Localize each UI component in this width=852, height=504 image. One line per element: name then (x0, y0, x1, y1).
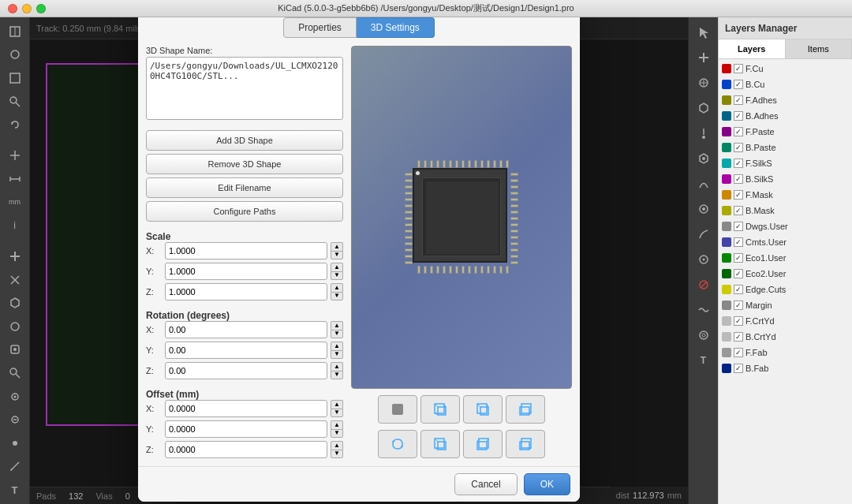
layer-visibility-check[interactable] (734, 159, 743, 168)
toolbar-icon-3[interactable] (3, 67, 27, 89)
side-select-tool[interactable] (692, 21, 716, 44)
layer-item[interactable]: F.SilkS (719, 155, 852, 171)
toolbar-mm[interactable]: mm (3, 192, 27, 214)
side-line-button[interactable] (692, 222, 716, 246)
layer-visibility-check[interactable] (734, 143, 743, 152)
rotation-x-input[interactable] (165, 321, 327, 338)
layer-item[interactable]: B.Adhes (719, 108, 852, 124)
scale-z-down[interactable]: ▼ (331, 292, 343, 301)
layer-item[interactable]: B.CrtYd (719, 329, 852, 345)
side-via-button[interactable] (692, 96, 716, 120)
layer-item[interactable]: B.Fab (719, 360, 852, 376)
tab-3d-settings[interactable]: 3D Settings (357, 17, 435, 38)
layer-item[interactable]: F.Mask (719, 187, 852, 203)
scale-z-spinner[interactable]: ▲ ▼ (331, 283, 343, 301)
layer-visibility-check[interactable] (734, 253, 743, 263)
rotation-y-input[interactable] (165, 342, 327, 359)
layer-item[interactable]: F.Adhes (719, 92, 852, 108)
rotation-z-spinner[interactable]: ▲ ▼ (331, 362, 343, 379)
offset-y-up[interactable]: ▲ (331, 420, 343, 429)
layer-visibility-check[interactable] (734, 237, 743, 247)
scale-y-down[interactable]: ▼ (331, 271, 343, 280)
toolbar-icon-4[interactable] (3, 91, 27, 113)
layer-visibility-check[interactable] (734, 285, 743, 294)
layer-visibility-check[interactable] (734, 174, 743, 184)
toolbar-icon-1[interactable] (3, 21, 27, 43)
view-btn-solid[interactable] (378, 395, 417, 424)
toolbar-measure[interactable] (3, 168, 27, 190)
toolbar-settings2[interactable] (3, 386, 27, 408)
rotation-z-up[interactable]: ▲ (331, 362, 343, 371)
offset-y-spinner[interactable]: ▲ ▼ (331, 420, 343, 438)
layer-item[interactable]: Margin (719, 297, 852, 313)
rotation-y-down[interactable]: ▼ (331, 350, 343, 359)
side-wave-button[interactable] (692, 298, 716, 322)
layer-item[interactable]: Eco2.User (719, 266, 852, 282)
remove-3d-shape-button[interactable]: Remove 3D Shape (146, 154, 343, 174)
layer-item[interactable]: F.CrtYd (719, 313, 852, 329)
layer-visibility-check[interactable] (734, 301, 743, 310)
toolbar-pencil[interactable] (3, 456, 27, 478)
layer-item[interactable]: F.Fab (719, 345, 852, 360)
toolbar-hexagon[interactable] (3, 292, 27, 314)
layer-visibility-check[interactable] (734, 95, 743, 105)
layer-item[interactable]: B.Mask (719, 203, 852, 218)
layer-item[interactable]: B.SilkS (719, 171, 852, 187)
rotation-y-spinner[interactable]: ▲ ▼ (331, 342, 343, 359)
layer-visibility-check[interactable] (734, 332, 743, 342)
toolbar-settings1[interactable] (3, 339, 27, 361)
offset-x-input[interactable] (165, 400, 327, 417)
rotation-z-input[interactable] (165, 362, 327, 379)
scale-x-input[interactable] (165, 242, 327, 259)
layer-item[interactable]: Cmts.User (719, 234, 852, 250)
side-forbidden-button[interactable] (692, 273, 716, 297)
scale-y-spinner[interactable]: ▲ ▼ (331, 263, 343, 280)
view-btn-left[interactable] (420, 430, 460, 458)
scale-z-up[interactable]: ▲ (331, 283, 343, 292)
maximize-button[interactable] (36, 4, 46, 13)
tab-items[interactable]: Items (786, 39, 853, 58)
scale-x-spinner[interactable]: ▲ ▼ (331, 242, 343, 259)
toolbar-text[interactable]: T (3, 479, 27, 501)
toolbar-dot[interactable] (3, 432, 27, 454)
configure-paths-button[interactable]: Configure Paths (146, 201, 343, 222)
layer-visibility-check[interactable] (734, 80, 743, 89)
layer-visibility-check[interactable] (734, 269, 743, 278)
layer-visibility-check[interactable] (734, 190, 743, 200)
rotation-x-down[interactable]: ▼ (331, 330, 343, 338)
toolbar-zoom3[interactable] (3, 409, 27, 431)
layer-item[interactable]: Dwgs.User (719, 218, 852, 234)
side-arc-button[interactable] (692, 172, 716, 196)
offset-y-down[interactable]: ▼ (331, 429, 343, 438)
offset-x-down[interactable]: ▼ (331, 409, 343, 417)
offset-y-input[interactable] (165, 420, 327, 438)
tab-layers[interactable]: Layers (719, 39, 786, 58)
side-circle2-button[interactable] (692, 248, 716, 271)
close-button[interactable] (8, 4, 17, 13)
toolbar-circle[interactable] (3, 315, 27, 338)
side-text-button[interactable]: T (692, 349, 716, 372)
toolbar-icon-2[interactable] (3, 44, 27, 66)
toolbar-cut[interactable] (3, 269, 27, 291)
view-btn-rotate[interactable] (378, 430, 417, 458)
toolbar-info[interactable]: i (3, 215, 27, 237)
scale-y-input[interactable] (165, 263, 327, 280)
scale-x-up[interactable]: ▲ (331, 242, 343, 251)
toolbar-zoom2[interactable] (3, 362, 27, 384)
side-add-button[interactable] (692, 46, 716, 69)
rotation-y-up[interactable]: ▲ (331, 342, 343, 350)
rotation-z-down[interactable]: ▼ (331, 371, 343, 379)
layer-item[interactable]: F.Paste (719, 124, 852, 140)
layer-item[interactable]: B.Cu (719, 77, 852, 92)
offset-z-down[interactable]: ▼ (331, 450, 343, 458)
cancel-button[interactable]: Cancel (454, 473, 517, 495)
view-btn-wireframe-front[interactable] (420, 395, 460, 424)
tab-properties[interactable]: Properties (283, 17, 357, 38)
view-btn-back[interactable] (506, 430, 545, 458)
offset-z-up[interactable]: ▲ (331, 441, 343, 450)
layer-visibility-check[interactable] (734, 316, 743, 326)
layer-visibility-check[interactable] (734, 127, 743, 136)
ok-button[interactable]: OK (524, 473, 570, 495)
edit-filename-button[interactable]: Edit Filename (146, 177, 343, 198)
side-fill-button[interactable] (692, 197, 716, 221)
